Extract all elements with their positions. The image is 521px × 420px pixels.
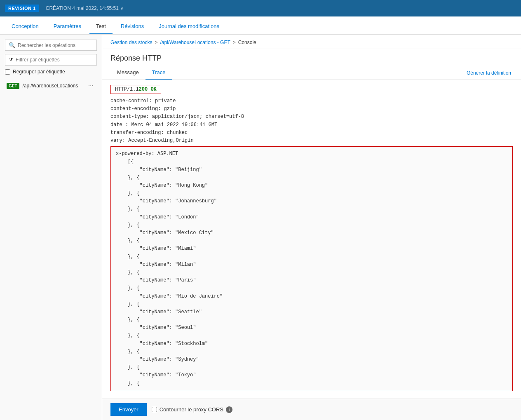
header-line-3: content-type: application/json; charset=… [110,113,513,121]
json-line-16: "cityName": "Paris" [116,277,507,284]
sidebar: 🔍 ⧩ Regrouper par étiquette GET /api/War… [0,35,102,420]
response-area: HTTP/1.1 200 OK cache-control: private c… [102,80,521,399]
filter-icon: ⧩ [9,56,13,63]
send-button[interactable]: Envoyer [110,403,147,416]
json-line-5: }, { [116,190,507,197]
tab-group: Message Trace [110,66,172,80]
method-badge: GET [7,83,19,89]
json-line-powered: x-powered-by: ASP.NET [116,150,507,158]
json-line-12: "cityName": "Miami" [116,245,507,253]
http-version: HTTP/1.1 [115,87,139,92]
breadcrumb: Gestion des stocks > /api/WarehouseLocat… [102,35,521,49]
tab-message[interactable]: Message [110,66,146,80]
status-code: 200 OK [139,87,157,92]
json-line-18: "cityName": "Rio de Janeiro" [116,293,507,300]
json-line-14: "cityName": "Milan" [116,261,507,269]
generate-definition-link[interactable]: Générer la définition [467,70,513,76]
tab-trace[interactable]: Trace [146,66,172,80]
json-line-3: }, { [116,174,507,182]
creation-info: CRÉATION 4 mai 2022, 14:55:51 ∨ [46,5,123,11]
json-line-7: }, { [116,205,507,213]
main-layout: 🔍 ⧩ Regrouper par étiquette GET /api/War… [0,35,521,420]
json-line-8: "cityName": "London" [116,214,507,221]
json-response-block: x-powered-by: ASP.NET [{ "cityName": "Be… [110,146,513,391]
json-line-28: "cityName": "Tokyo" [116,371,507,379]
filter-box[interactable]: ⧩ [5,54,97,66]
tab-conception[interactable]: Conception [5,19,45,34]
header-line-4: date : Merc 04 mai 2022 19:06:41 GMT [110,121,513,129]
json-line-10: "cityName": "Mexico City" [116,229,507,237]
header-line-2: content-encoding: gzip [110,105,513,113]
top-bar: RÉVISION 1 CRÉATION 4 mai 2022, 14:55:51… [0,0,521,16]
search-box[interactable]: 🔍 [5,40,97,51]
response-headers: cache-control: private content-encoding:… [110,97,513,145]
search-input[interactable] [18,42,93,48]
breadcrumb-part-2[interactable]: /api/WarehouseLocations - GET [160,40,230,45]
cors-text: Contourner le proxy CORS [160,406,223,413]
filter-input[interactable] [16,57,93,63]
section-title: Réponse HTTP [102,49,521,66]
json-line-23: }, { [116,332,507,340]
json-line-9: }, { [116,221,507,229]
group-by-label: Regrouper par étiquette [5,69,97,75]
nav-tabs: Conception Paramètres Test Révisions Jou… [0,16,521,35]
json-line-17: }, { [116,284,507,292]
api-path: /api/WarehouseLocations [23,83,83,89]
breadcrumb-sep-2: > [233,40,236,45]
revision-badge: RÉVISION 1 [5,5,39,12]
cors-label: Contourner le proxy CORS i [152,406,232,413]
json-line-2: "cityName": "Beijing" [116,166,507,174]
breadcrumb-sep-1: > [155,40,157,45]
json-line-26: "cityName": "Sydney" [116,356,507,364]
breadcrumb-part-1[interactable]: Gestion des stocks [110,40,152,45]
breadcrumb-part-3: Console [238,40,256,45]
creation-text: CRÉATION 4 mai 2022, 14:55:51 [46,5,119,11]
group-by-text: Regrouper par étiquette [13,69,65,75]
info-icon[interactable]: i [226,406,232,413]
json-line-13: }, { [116,253,507,261]
tab-test[interactable]: Test [89,19,113,34]
cors-checkbox[interactable] [152,407,157,412]
tab-revisions[interactable]: Révisions [114,19,150,34]
header-line-6: vary: Accept-Encoding,Origin [110,137,513,145]
json-line-6: "cityName": "Johannesburg" [116,197,507,205]
json-line-27: }, { [116,364,507,371]
bottom-bar: Envoyer Contourner le proxy CORS i [102,399,521,420]
tab-parametres[interactable]: Paramètres [47,19,88,34]
api-item-get[interactable]: GET /api/WarehouseLocations ··· [5,80,97,92]
content-tabs: Message Trace Générer la définition [102,66,521,80]
ellipsis-button[interactable]: ··· [87,82,95,89]
json-line-25: }, { [116,348,507,356]
json-line-11: }, { [116,237,507,245]
json-line-15: }, { [116,269,507,277]
tab-journal[interactable]: Journal des modifications [152,19,226,34]
header-line-1: cache-control: private [110,97,513,105]
json-line-19: }, { [116,300,507,308]
json-line-4: "cityName": "Hong Kong" [116,182,507,190]
group-by-checkbox[interactable] [5,69,10,75]
json-line-24: "cityName": "Stockholm" [116,340,507,348]
search-icon: 🔍 [9,42,15,48]
http-status-line: HTTP/1.1 200 OK [110,85,161,94]
json-line-22: "cityName": "Seoul" [116,324,507,332]
header-line-5: transfer-encoding: chunked [110,129,513,137]
chevron-icon[interactable]: ∨ [120,6,123,11]
json-line-21: }, { [116,316,507,324]
json-line-1: [{ [116,158,507,166]
content-area: Gestion des stocks > /api/WarehouseLocat… [102,35,521,420]
json-line-29: }, { [116,380,507,387]
json-line-20: "cityName": "Seattle" [116,308,507,316]
